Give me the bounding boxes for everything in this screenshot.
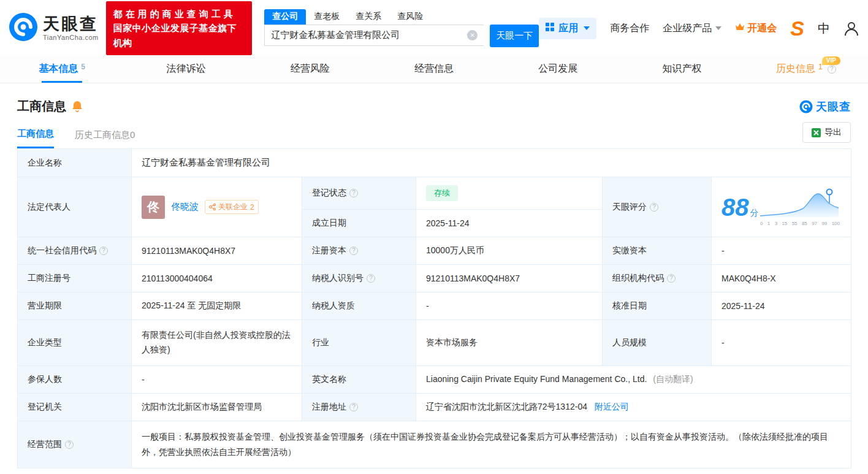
field-value-reg-capital: 10000万人民币 (416, 237, 603, 265)
legal-rep-avatar[interactable]: 佟 (142, 196, 165, 219)
help-icon[interactable] (349, 403, 358, 411)
legal-rep-name-link[interactable]: 佟晓波 (171, 201, 199, 213)
subtab-history-business-info[interactable]: 历史工商信息0 (75, 129, 135, 148)
field-value-company-name: 辽宁财金私募基金管理有限公司 (132, 149, 851, 177)
status-badge: 存续 (426, 185, 458, 201)
field-label-paid-capital: 实缴资本 (603, 237, 712, 265)
field-label-staff-size: 人员规模 (603, 320, 712, 366)
related-companies-badge[interactable]: 关联企业 2 (205, 200, 259, 214)
score-value: 88 (721, 194, 749, 221)
field-label-taxpayer-id: 纳税人识别号 (302, 265, 416, 292)
reg-address-text: 辽宁省沈阳市沈北新区沈北路72号1312-04 (426, 402, 587, 411)
help-icon[interactable] (65, 440, 74, 449)
field-label-english-name: 英文名称 (302, 365, 416, 393)
field-value-score: 88分 (712, 177, 851, 237)
field-label-reg-address: 注册地址 (302, 393, 416, 421)
tab-intellectual-property-label: 知识产权 (663, 63, 702, 75)
field-value-establish-date: 2025-11-24 (416, 210, 603, 237)
help-icon[interactable] (667, 274, 676, 283)
nearby-companies-link[interactable]: 附近公司 (595, 402, 629, 411)
header-right-nav: 应用 商务合作 企业级产品 开通会 S 中 (539, 18, 859, 39)
tab-history-info-count: 1 (818, 63, 823, 71)
bell-icon[interactable] (72, 101, 83, 112)
chevron-down-icon (715, 26, 721, 30)
user-profile-icon[interactable] (843, 20, 859, 36)
s-extension-icon[interactable]: S (790, 18, 804, 39)
help-icon[interactable] (650, 203, 658, 212)
language-toggle[interactable]: 中 (818, 20, 830, 37)
help-icon[interactable] (99, 247, 108, 255)
field-value-business-term: 2025-11-24 至 无固定期限 (132, 292, 302, 320)
chevron-down-icon (584, 26, 590, 30)
search-tab-relation[interactable]: 查关系 (348, 9, 389, 25)
tab-intellectual-property[interactable]: 知识产权 (620, 55, 744, 83)
tab-operation-info-label: 经营信息 (414, 63, 454, 75)
field-value-staff-size: - (712, 320, 851, 366)
tab-basic-info[interactable]: 基本信息 5 (0, 55, 124, 83)
table-row: 企业名称 辽宁财金私募基金管理有限公司 (18, 149, 851, 177)
tab-history-info[interactable]: VIP 历史信息 1 (744, 55, 868, 83)
search-button[interactable]: 天眼一下 (490, 25, 539, 47)
field-label-establish-date: 成立日期 (302, 210, 416, 237)
search-input[interactable] (264, 25, 484, 46)
tab-company-development[interactable]: 公司发展 (496, 55, 620, 83)
slogan-banner: 都在用的商业查询工具 国家中小企业发展子基金旗下机构 (106, 1, 253, 55)
related-companies-label: 关联企业 (218, 202, 248, 212)
field-label-company-name: 企业名称 (18, 149, 132, 177)
field-label-credit-code: 统一社会信用代码 (18, 237, 132, 265)
english-name-text: Liaoning Caijin Private Equity Fund Mana… (426, 374, 647, 384)
apps-menu-button[interactable]: 应用 (539, 18, 596, 39)
tianyancha-logo[interactable]: 天眼查 TianYanCha.com (9, 12, 99, 44)
field-value-taxpayer-id: 91210113MAK0Q4H8X7 (416, 265, 603, 292)
tab-history-info-label: 历史信息 (776, 63, 815, 75)
tab-legal-proceedings-label: 法律诉讼 (166, 63, 205, 75)
watermark-brand-label: 天眼查 (816, 99, 851, 114)
field-label-business-scope-text: 经营范围 (28, 439, 62, 449)
nav-business-cooperation[interactable]: 商务合作 (610, 22, 649, 35)
field-value-english-name: Liaoning Caijin Private Equity Fund Mana… (416, 365, 851, 393)
help-icon[interactable] (367, 274, 375, 283)
field-value-paid-capital: - (712, 237, 851, 265)
field-label-business-scope: 经营范围 (18, 421, 132, 468)
field-label-insured-count: 参保人数 (18, 365, 132, 393)
export-button-label: 导出 (824, 127, 842, 138)
search-tab-boss[interactable]: 查老板 (306, 9, 348, 25)
field-label-org-code: 组织机构代码 (603, 265, 712, 292)
excel-icon (812, 128, 821, 137)
tab-operation-info[interactable]: 经营信息 (372, 55, 496, 83)
field-value-taxpayer-quality: - (416, 292, 603, 320)
field-value-company-type: 有限责任公司(非自然人投资或控股的法人独资) (132, 320, 302, 366)
field-label-reg-authority: 登记机关 (18, 393, 132, 421)
slogan-line2: 国家中小企业发展子基金旗下机构 (113, 21, 245, 50)
tab-legal-proceedings[interactable]: 法律诉讼 (124, 55, 248, 83)
nav-enterprise-products[interactable]: 企业级产品 (663, 22, 721, 35)
crown-icon (735, 23, 745, 34)
open-vip-label: 开通会 (747, 22, 777, 35)
business-info-table: 企业名称 辽宁财金私募基金管理有限公司 法定代表人 佟 佟晓波 (17, 148, 851, 468)
field-value-approval-date: 2025-11-24 (712, 292, 851, 320)
help-icon[interactable] (349, 247, 358, 255)
field-label-industry: 行业 (302, 320, 416, 366)
section-header: 工商信息 天眼查 (0, 83, 868, 115)
subtab-business-info[interactable]: 工商信息 (17, 128, 54, 148)
field-value-reg-address: 辽宁省沈阳市沈北新区沈北路72号1312-04 附近公司 (416, 393, 851, 421)
vip-badge: VIP (822, 56, 840, 65)
slogan-line1: 都在用的商业查询工具 (113, 7, 245, 21)
field-value-business-scope: 一般项目：私募股权投资基金管理、创业投资基金管理服务（须在中国证券投资基金业协会… (132, 421, 851, 468)
tab-operation-risk[interactable]: 经营风险 (248, 55, 372, 83)
export-button[interactable]: 导出 (802, 122, 851, 143)
field-label-score-text: 天眼评分 (612, 202, 647, 212)
apps-label: 应用 (558, 22, 578, 35)
field-value-reg-authority: 沈阳市沈北新区市场监督管理局 (132, 393, 302, 421)
search-tab-risk[interactable]: 查风险 (389, 9, 431, 25)
field-label-org-code-text: 组织机构代码 (612, 273, 664, 283)
table-row: 营业期限 2025-11-24 至 无固定期限 纳税人资质 - 核准日期 202… (18, 292, 851, 320)
open-vip-link[interactable]: 开通会 (735, 22, 777, 35)
table-row: 经营范围 一般项目：私募股权投资基金管理、创业投资基金管理服务（须在中国证券投资… (18, 421, 851, 468)
field-value-reg-number: 210113000404064 (132, 265, 302, 292)
help-icon[interactable] (349, 189, 358, 197)
field-label-reg-status-text: 登记状态 (312, 188, 346, 197)
related-companies-icon (209, 204, 216, 210)
search-tab-company[interactable]: 查公司 (264, 9, 306, 25)
help-icon[interactable] (828, 65, 836, 74)
